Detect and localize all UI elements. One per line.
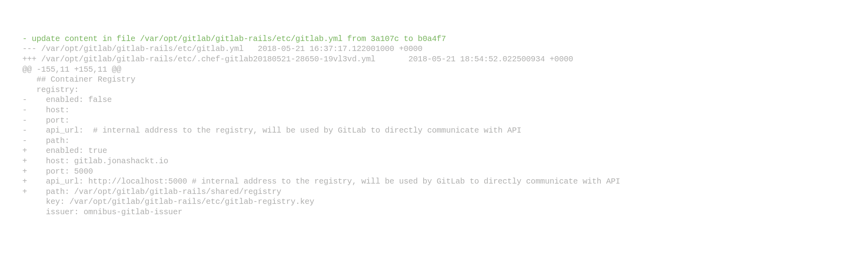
diff-line: + host: gitlab.jonashackt.io (0, 156, 868, 166)
diff-output: - update content in file /var/opt/gitlab… (0, 34, 868, 217)
diff-line: - port: (0, 115, 868, 126)
diff-line: +++ /var/opt/gitlab/gitlab-rails/etc/.ch… (0, 54, 868, 65)
diff-line: - update content in file /var/opt/gitlab… (0, 34, 868, 44)
diff-line: + enabled: true (0, 146, 868, 156)
diff-line: - api_url: # internal address to the reg… (0, 125, 868, 136)
diff-line: - enabled: false (0, 95, 868, 105)
diff-line: ## Container Registry (0, 74, 868, 85)
diff-line: registry: (0, 85, 868, 95)
diff-line: issuer: omnibus-gitlab-issuer (0, 207, 868, 217)
diff-line: key: /var/opt/gitlab/gitlab-rails/etc/gi… (0, 197, 868, 207)
diff-line: --- /var/opt/gitlab/gitlab-rails/etc/git… (0, 44, 868, 54)
diff-line: - host: (0, 105, 868, 115)
diff-line: @@ -155,11 +155,11 @@ (0, 65, 868, 75)
diff-line: - path: (0, 136, 868, 146)
diff-line: + port: 5000 (0, 166, 868, 177)
diff-line: + api_url: http://localhost:5000 # inter… (0, 176, 868, 187)
diff-line: + path: /var/opt/gitlab/gitlab-rails/sha… (0, 187, 868, 197)
